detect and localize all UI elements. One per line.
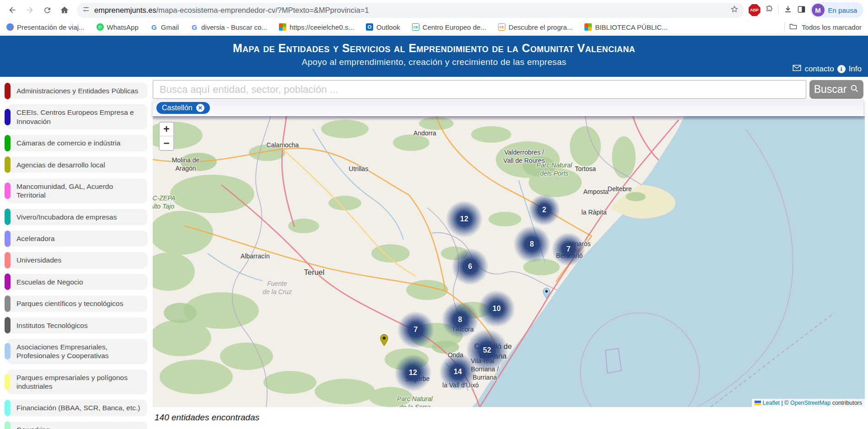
bookmark-favicon: CE <box>498 23 505 31</box>
sidebar-category-item[interactable]: Vivero/Incubadora de empresas <box>7 209 147 225</box>
zoom-in-button[interactable]: + <box>160 123 173 136</box>
sidebar-category-item[interactable]: Coworking <box>7 422 147 429</box>
bookmark-favicon: G <box>150 23 158 31</box>
page-title: Mapa de Entidades y Servicios al Emprend… <box>0 36 868 55</box>
category-sidebar: Administraciones y Entidades Públicas CE… <box>0 77 151 429</box>
category-color-marker <box>5 400 11 416</box>
bookmark-favicon <box>584 23 592 31</box>
map-cluster[interactable]: 10 <box>477 290 516 328</box>
category-color-marker <box>5 252 11 268</box>
url-text: emprenemjunts.es/mapa-ecosistema-emprend… <box>94 6 369 15</box>
category-color-marker <box>5 109 11 125</box>
bookmark-item[interactable]: G diversia - Buscar co... <box>191 23 267 31</box>
category-color-marker <box>5 343 11 359</box>
map-attribution: Leaflet | © OpenStreetMap contributors <box>752 399 865 407</box>
category-color-marker <box>5 156 11 173</box>
chip-close-icon[interactable]: ✕ <box>196 104 204 112</box>
bookmark-favicon: O <box>366 23 373 31</box>
map-cluster[interactable]: 7 <box>396 311 435 349</box>
home-icon[interactable] <box>57 2 72 18</box>
sidebar-category-item[interactable]: Financiación (BBAA, SCR, Banca, etc.) <box>7 400 147 416</box>
coastal-entity-pin[interactable] <box>543 288 551 299</box>
bookmark-item[interactable]: https://ceeielche0.s... <box>279 23 354 31</box>
side-panel-icon[interactable] <box>797 5 806 16</box>
back-icon[interactable] <box>5 2 20 18</box>
results-count: 140 entidades encontradas <box>155 413 863 423</box>
osm-link[interactable]: OpenStreetMap <box>790 400 830 406</box>
adblock-extension-icon[interactable]: ABP <box>749 4 761 16</box>
contact-link[interactable]: contacto <box>804 64 834 74</box>
category-color-marker <box>5 295 11 312</box>
category-color-marker <box>5 209 11 225</box>
bookmark-item[interactable]: O Outlook <box>366 23 400 31</box>
info-icon: i <box>837 65 846 73</box>
map-cluster[interactable]: 7 <box>551 232 586 267</box>
site-header: Mapa de Entidades y Servicios al Emprend… <box>0 36 868 77</box>
category-color-marker <box>5 421 11 429</box>
sidebar-category-item[interactable]: Parques científicos y tecnológicos <box>7 295 147 311</box>
folder-icon <box>789 23 797 31</box>
bookmark-item[interactable]: G Gmail <box>150 23 179 31</box>
category-color-marker <box>5 273 11 290</box>
category-color-marker <box>5 317 11 333</box>
sidebar-category-item[interactable]: Asociaciones Empresariales, Profesionale… <box>7 339 147 364</box>
zoom-control: + − <box>159 122 174 151</box>
leaflet-link[interactable]: Leaflet <box>763 400 780 406</box>
map-cluster[interactable]: 12 <box>445 200 483 238</box>
bookmark-item[interactable]: ✆ WhatsApp <box>96 23 139 31</box>
sidebar-category-item[interactable]: CEEIs. Centros Europeos Empresa e Innova… <box>7 104 147 129</box>
page-subtitle: Apoyo al emprendimiento, creación y crec… <box>0 57 868 67</box>
sidebar-category-item[interactable]: Aceleradora <box>7 231 147 247</box>
reload-icon[interactable] <box>39 2 55 18</box>
map-cluster[interactable]: 14 <box>439 353 477 391</box>
leaflet-map[interactable]: + − Andorra Calamocha Molina de Aragón U… <box>153 116 865 407</box>
toolbar-separator <box>778 5 779 15</box>
browser-toolbar: emprenemjunts.es/mapa-ecosistema-emprend… <box>0 0 868 20</box>
bookmark-item[interactable]: CE Descubre el progra... <box>498 23 573 31</box>
sidebar-category-item[interactable]: Escuelas de Negocio <box>7 274 147 290</box>
map-tiles <box>153 116 865 407</box>
search-button[interactable]: Buscar <box>809 80 863 99</box>
category-color-marker <box>5 374 11 390</box>
sidebar-category-item[interactable]: Institutos Tecnológicos <box>7 317 147 333</box>
selected-entity-pin[interactable] <box>380 334 389 346</box>
search-icon <box>850 83 859 96</box>
info-link[interactable]: Info <box>849 64 862 74</box>
bookmark-favicon <box>279 23 286 31</box>
profile-chip[interactable]: M En pausa <box>810 2 863 18</box>
category-color-marker <box>5 83 11 99</box>
extensions-puzzle-icon[interactable] <box>765 5 774 16</box>
sidebar-category-item[interactable]: Agencias de desarrollo local <box>7 157 147 173</box>
map-cluster[interactable]: 2 <box>528 193 561 226</box>
filter-chip-castellon[interactable]: Castellón ✕ <box>156 102 210 114</box>
sidebar-category-item[interactable]: Universidades <box>7 252 147 268</box>
bookmark-favicon: ✆ <box>96 23 104 31</box>
tune-icon[interactable] <box>82 5 90 15</box>
bookmarks-bar: Presentación de viaj... ✆ WhatsApp G Gma… <box>0 20 868 34</box>
bookmark-item[interactable]: CE Centro Europeo de... <box>412 23 486 31</box>
bookmark-item[interactable]: BIBLIOTECA PÚBLIC... <box>584 23 667 31</box>
search-input[interactable] <box>153 80 806 99</box>
downloads-icon[interactable] <box>783 5 793 16</box>
map-cluster[interactable]: 6 <box>451 247 489 286</box>
bookmark-star-icon[interactable] <box>730 5 739 15</box>
avatar: M <box>812 4 825 16</box>
bookmark-favicon <box>6 23 14 31</box>
bookmark-item[interactable]: Presentación de viaj... <box>6 23 85 31</box>
zoom-out-button[interactable]: − <box>160 136 173 150</box>
sidebar-category-item[interactable]: Cámaras de comercio e indústria <box>7 135 147 151</box>
profile-status-label: En pausa <box>828 6 857 14</box>
forward-icon[interactable] <box>22 2 38 18</box>
sidebar-category-item[interactable]: Parques empresariales y polígonos indust… <box>7 370 147 395</box>
map-cluster[interactable]: 12 <box>394 354 432 392</box>
bookmark-favicon: G <box>191 23 198 31</box>
sidebar-category-item[interactable]: Mancomunidad, GAL, Acuerdo Territorial <box>7 178 147 204</box>
sidebar-category-item[interactable]: Administraciones y Entidades Públicas <box>7 83 147 99</box>
map-cluster[interactable]: 8 <box>513 225 551 263</box>
all-bookmarks-label[interactable]: Todos los marcador <box>802 23 862 31</box>
active-filters-bar: Castellón ✕ <box>153 99 863 116</box>
ukraine-flag-icon <box>755 401 761 405</box>
category-color-marker <box>5 135 11 151</box>
address-bar[interactable]: emprenemjunts.es/mapa-ecosistema-emprend… <box>77 3 744 18</box>
category-color-marker <box>5 231 11 247</box>
